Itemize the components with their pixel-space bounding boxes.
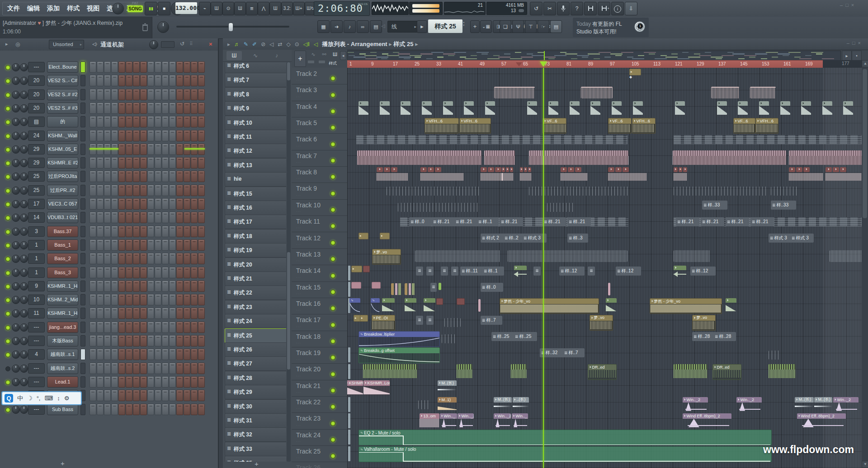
clip-whiteWv[interactable]: ⏵M..(长)	[438, 380, 457, 395]
step-cell[interactable]	[140, 130, 147, 141]
trash-icon[interactable]	[142, 23, 148, 31]
channel-select-strip[interactable]	[80, 171, 85, 182]
step-cell[interactable]	[126, 253, 132, 264]
channel-led[interactable]	[5, 366, 10, 371]
channel-pan-knob[interactable]	[12, 296, 20, 304]
step-cell[interactable]	[191, 322, 198, 333]
step-cell[interactable]	[169, 308, 176, 319]
export-icon[interactable]: ⇩	[625, 2, 637, 15]
step-cell[interactable]	[118, 103, 125, 114]
clip-purpL[interactable]: ⏵Wind Eff..8bpm)_2	[797, 413, 846, 428]
step-cell[interactable]	[133, 116, 140, 127]
clip-crash[interactable]: ⏵	[822, 101, 832, 116]
step-cell[interactable]	[104, 157, 111, 168]
step-cell[interactable]	[155, 281, 161, 292]
clip-purpWv[interactable]: ⏵Win.._2	[458, 413, 474, 428]
track-header[interactable]: Track 6···	[292, 133, 347, 150]
channel-target-number[interactable]: 20	[28, 75, 45, 86]
step-cell[interactable]	[111, 103, 118, 114]
clip-purpWv[interactable]: ⏵Win.._2	[683, 397, 708, 412]
step-cell[interactable]	[155, 144, 161, 155]
step-cell[interactable]	[97, 75, 104, 86]
step-cell[interactable]	[191, 116, 198, 127]
toolbox-button-2[interactable]: ⊤	[525, 20, 537, 33]
step-cell[interactable]	[176, 171, 183, 182]
step-cell[interactable]	[155, 294, 161, 305]
channel-name-button[interactable]: 越南鼓..s.1	[47, 349, 78, 360]
channel-target-number[interactable]: 29	[28, 158, 45, 168]
step-cell[interactable]	[133, 267, 140, 278]
channel-pan-knob[interactable]	[12, 63, 20, 71]
pattern-item[interactable]: ≣样式 9	[225, 101, 286, 116]
channel-led[interactable]	[5, 243, 10, 248]
channel-select-strip[interactable]	[80, 308, 85, 319]
pattern-item[interactable]: ≣样式 29	[225, 385, 286, 399]
mid-button-0[interactable]: ▦	[317, 20, 330, 33]
step-cell[interactable]	[147, 171, 154, 182]
step-cell[interactable]	[169, 281, 176, 292]
channel-name-button[interactable]: KSHM..2_Mid	[47, 294, 78, 305]
step-cell[interactable]	[90, 89, 96, 100]
step-cell[interactable]	[140, 363, 147, 374]
pattern-prev-button[interactable]: ▸	[417, 20, 427, 33]
clip-patL[interactable]: ≣样..0	[481, 283, 503, 292]
playhead-line[interactable]	[543, 68, 544, 468]
clip-patrun[interactable]	[356, 135, 627, 144]
playlist-window-controls[interactable]: –□×	[847, 40, 863, 46]
step-cell[interactable]	[126, 75, 132, 86]
clip-sliverG[interactable]	[439, 283, 441, 290]
channel-name-button[interactable]: 的	[47, 116, 78, 127]
clip-olive[interactable]: ⏵VFH...6	[755, 118, 778, 134]
toolbox-button-4[interactable]: ▤	[550, 20, 562, 33]
clip-drums[interactable]: ⏵⏵⏵	[481, 167, 503, 182]
step-cell[interactable]	[111, 267, 118, 278]
step-cell[interactable]	[126, 281, 132, 292]
clip-olive[interactable]: ⏵梦..vo	[590, 315, 613, 331]
step-cell[interactable]	[155, 253, 161, 264]
step-cell[interactable]	[126, 130, 132, 141]
channel-volume-knob[interactable]	[20, 337, 28, 345]
clip-pinkW[interactable]	[581, 87, 613, 98]
track-led[interactable]	[330, 174, 335, 179]
step-cell[interactable]	[133, 281, 140, 292]
channel-volume-knob[interactable]	[20, 159, 28, 167]
step-cell[interactable]	[184, 363, 190, 374]
step-cell[interactable]	[104, 335, 111, 346]
pattern-item[interactable]: ≣样式 6	[225, 62, 286, 73]
clip-stripesG[interactable]	[511, 364, 527, 379]
channel-target-number[interactable]: 29	[28, 144, 45, 154]
channel-name-button[interactable]: KSHM.._Wall	[47, 130, 78, 141]
step-cell[interactable]	[176, 226, 183, 237]
step-cell[interactable]	[184, 103, 190, 114]
step-cell[interactable]	[169, 226, 176, 237]
clip-patL[interactable]: ≣样..12	[690, 267, 716, 276]
step-cell[interactable]	[133, 226, 140, 237]
channel-name-button[interactable]: 过后PR..#2	[47, 185, 78, 196]
step-cell[interactable]	[140, 198, 147, 210]
step-cell[interactable]	[155, 116, 161, 127]
step-cell[interactable]	[90, 281, 96, 292]
channel-pan-knob[interactable]	[12, 159, 20, 167]
clip-crash[interactable]: ⏵	[717, 101, 727, 116]
track-led[interactable]	[330, 93, 335, 98]
channel-target-number[interactable]: 24	[28, 131, 45, 141]
step-cell[interactable]	[155, 390, 161, 401]
channel-select-strip[interactable]	[80, 253, 85, 264]
step-cell[interactable]	[104, 363, 111, 374]
pattern-item[interactable]: ≣样式 26	[225, 342, 286, 357]
step-cell[interactable]	[198, 349, 205, 360]
pattern-item[interactable]: ≣样式 30	[225, 399, 286, 414]
playlist-grid[interactable]: ▸◆⏵⏵⏵⏵⏵⏵⏵⏵⏵⏵⏵⏵⏵⏵⏵⏵⏵⏵⏵⏵⏵⏵VFH...6⏵VFH...6⏵…	[347, 68, 862, 468]
clip-maroonS[interactable]	[436, 298, 443, 305]
step-cell[interactable]	[104, 171, 111, 182]
track-header[interactable]: Track 2···	[292, 68, 347, 84]
step-cell[interactable]	[104, 253, 111, 264]
step-cell[interactable]	[184, 116, 190, 127]
step-cell[interactable]	[176, 130, 183, 141]
select-icon[interactable]: ◇	[287, 41, 291, 47]
step-cell[interactable]	[155, 404, 161, 415]
step-cell[interactable]	[198, 308, 205, 319]
clip-cols[interactable]	[391, 283, 402, 295]
clip-patL[interactable]: ≣样式 3	[769, 234, 792, 243]
step-cell[interactable]	[140, 144, 147, 155]
